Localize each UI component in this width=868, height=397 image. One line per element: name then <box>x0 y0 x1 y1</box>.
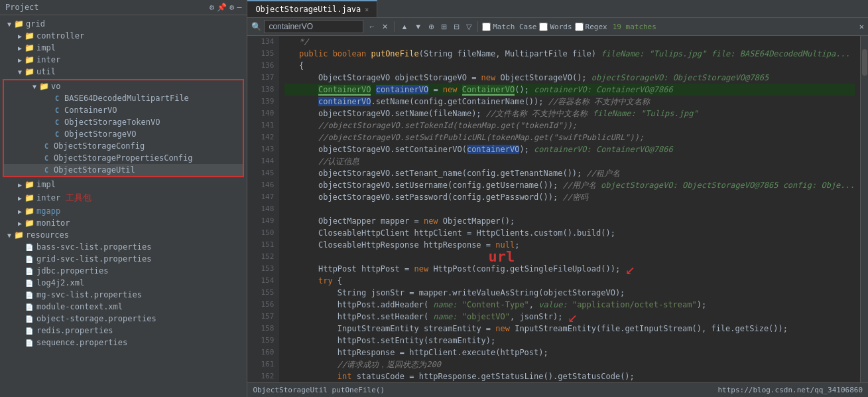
search-input[interactable] <box>264 20 363 33</box>
regex-option[interactable]: Regex <box>575 23 607 31</box>
label-inter: inter <box>36 55 60 64</box>
ln-157: 157 <box>253 311 274 323</box>
prop-icon-jdbc: 📄 <box>24 268 34 275</box>
tree-item-log4j2[interactable]: ▶ 📄 log4j2.xml <box>0 277 247 289</box>
pin-icon[interactable]: 📌 <box>217 3 227 12</box>
tree-item-storageconfig[interactable]: ▶ C ObjectStorageConfig <box>4 140 243 152</box>
tab-close-icon[interactable]: × <box>365 6 369 13</box>
editor-tab-main[interactable]: ObjectStorageUtil.java × <box>247 0 377 17</box>
match-case-label: Match Case <box>493 23 536 31</box>
prop-icon-grid: 📄 <box>24 256 34 263</box>
search-prev-btn[interactable]: ← <box>366 22 377 31</box>
prop-icon-bass: 📄 <box>24 244 34 251</box>
code-line-151: CloseableHttpResponse httpResponse = nul… <box>284 239 855 251</box>
ln-138: 138 <box>253 84 274 96</box>
tree-item-sequence[interactable]: ▶ 📄 sequence.properties <box>0 337 247 349</box>
folder-icon-inter: 📁 <box>24 55 34 64</box>
code-157-text: httpPost.setHeader( name: "objectVO", js… <box>284 311 562 323</box>
search-close-btn[interactable]: ✕ <box>859 22 864 31</box>
tree-item-util[interactable]: ▼ 📁 util <box>0 66 247 78</box>
tree-item-storageutil[interactable]: ▶ C ObjectStorageUtil <box>4 164 243 176</box>
arrow-vo: ▼ <box>31 83 38 90</box>
tree-item-obj-storage-prop[interactable]: ▶ 📄 object-storage.properties <box>0 313 247 325</box>
tree-item-mg-svc[interactable]: ▶ 📄 mg-svc-list.properties <box>0 289 247 301</box>
code-142-text: //objectStorageVO.setSwiftPublicURL(toke… <box>284 131 644 143</box>
tree-item-mgapp[interactable]: ▶ 📁 mgapp <box>0 205 247 217</box>
scrollbar-thumb[interactable] <box>862 49 867 76</box>
tree-item-impl2[interactable]: ▶ 📁 impl <box>0 179 247 191</box>
ln-162: 162 <box>253 370 274 382</box>
search-btn3[interactable]: ⊟ <box>452 22 462 32</box>
tree-item-containervo[interactable]: ▶ C ContainerVO <box>4 104 243 116</box>
label-util: util <box>36 67 56 76</box>
tree-item-bass-svc[interactable]: ▶ 📄 bass-svc-list.properties <box>0 241 247 253</box>
match-case-option[interactable]: Match Case <box>482 23 536 31</box>
tree-item-base64[interactable]: ▶ C BASE64DecodedMultipartFile <box>4 92 243 104</box>
code-147-text: objectStorageVO.setPassword(config.getPa… <box>284 191 588 203</box>
ln-160: 160 <box>253 347 274 358</box>
search-clear-btn[interactable]: ✕ <box>380 22 390 32</box>
tree-item-inter[interactable]: ▶ 📁 inter <box>0 54 247 66</box>
words-option[interactable]: Words <box>539 23 572 31</box>
tree-item-jdbc[interactable]: ▶ 📄 jdbc.properties <box>0 265 247 277</box>
code-line-150: CloseableHttpClient httpClient = HttpCli… <box>284 227 855 239</box>
match-case-checkbox[interactable] <box>482 23 491 31</box>
arrow-grid: ▼ <box>5 21 13 28</box>
code-line-142: //objectStorageVO.setSwiftPublicURL(toke… <box>284 131 855 143</box>
line-numbers: 134 135 136 137 138 139 140 141 142 143 … <box>247 36 279 382</box>
code-154-text: try { <box>284 275 342 287</box>
tree-item-vo[interactable]: ▼ 📁 vo <box>4 80 243 92</box>
settings-icon[interactable]: ⚙ <box>210 3 214 12</box>
search-btn1[interactable]: ⊕ <box>426 22 436 32</box>
search-up-btn[interactable]: ▲ <box>399 22 410 31</box>
tree-item-grid[interactable]: ▼ 📁 grid <box>0 18 247 30</box>
search-down-btn[interactable]: ▼ <box>412 22 424 31</box>
tree-item-grid-svc[interactable]: ▶ 📄 grid-svc-list.properties <box>0 253 247 265</box>
search-btn2[interactable]: ⊞ <box>439 22 449 32</box>
search-icon: 🔍 <box>251 22 261 31</box>
url-annotation: url <box>489 251 515 263</box>
words-checkbox[interactable] <box>539 23 548 31</box>
tree-item-redis[interactable]: ▶ 📄 redis.properties <box>0 325 247 337</box>
minimize-icon[interactable]: — <box>237 3 241 12</box>
code-135-hint: fileName: "Tulips.jpg" file: BASE64Decod… <box>601 48 850 60</box>
ln-158: 158 <box>253 323 274 335</box>
sidebar-header: Project ⚙ 📌 ⚙ — <box>0 0 247 15</box>
code-line-148 <box>284 203 855 215</box>
sidebar-tree: ▼ 📁 grid ▶ 📁 controller ▶ 📁 impl ▶ <box>0 15 247 397</box>
code-146-text: objectStorageVO.setUsername(config.getUs… <box>284 179 855 191</box>
tree-item-module-ctx[interactable]: ▶ 📄 module-context.xml <box>0 301 247 313</box>
code-159-text: httpPost.setEntity(streamEntity); <box>284 335 495 347</box>
arrow-annotation2: ↙ <box>568 311 577 323</box>
java-icon-propconfig: C <box>41 155 52 162</box>
search-matches: 19 matches <box>613 23 656 31</box>
tree-item-resources[interactable]: ▼ 📁 resources <box>0 229 247 241</box>
tree-item-controller[interactable]: ▶ 📁 controller <box>0 30 247 42</box>
code-content[interactable]: */ public boolean putOneFile(String file… <box>279 36 860 382</box>
code-153-text: HttpPost httpPost = new HttpPost(config.… <box>284 263 620 275</box>
config-icon[interactable]: ⚙ <box>229 3 234 12</box>
code-139-text: containerVO.setName(config.getContainerN… <box>284 96 650 108</box>
code-line-159: httpPost.setEntity(streamEntity); <box>284 335 855 347</box>
java-icon-tokenvo: C <box>52 119 62 126</box>
java-icon-storageconfig: C <box>41 143 52 150</box>
tree-item-monitor[interactable]: ▶ 📁 monitor <box>0 217 247 229</box>
ln-147: 147 <box>253 191 274 203</box>
code-151-text: CloseableHttpResponse httpResponse = nul… <box>284 239 519 251</box>
tree-item-storagevo[interactable]: ▶ C ObjectStorageVO <box>4 128 243 140</box>
label-propconfig: ObjectStoragePropertiesConfig <box>54 153 193 163</box>
tree-item-tokenv0[interactable]: ▶ C ObjectStorageTokenVO <box>4 116 243 128</box>
label-mg-svc: mg-svc-list.properties <box>36 290 142 299</box>
ln-141: 141 <box>253 119 274 131</box>
regex-checkbox[interactable] <box>575 23 584 31</box>
code-136-text: { <box>284 60 304 72</box>
tree-item-propconfig[interactable]: ▶ C ObjectStoragePropertiesConfig <box>4 152 243 164</box>
label-grid-svc: grid-svc-list.properties <box>36 254 151 264</box>
search-filter-btn[interactable]: ▽ <box>464 22 473 32</box>
label-bass: bass-svc-list.properties <box>36 242 151 252</box>
ln-134: 134 <box>253 36 274 48</box>
tree-item-inter2[interactable]: ▶ 📁 inter 工具包 <box>0 191 247 205</box>
tree-item-impl[interactable]: ▶ 📁 impl <box>0 42 247 54</box>
scrollbar-track[interactable] <box>860 36 868 382</box>
xml-icon-module: 📄 <box>24 303 34 311</box>
